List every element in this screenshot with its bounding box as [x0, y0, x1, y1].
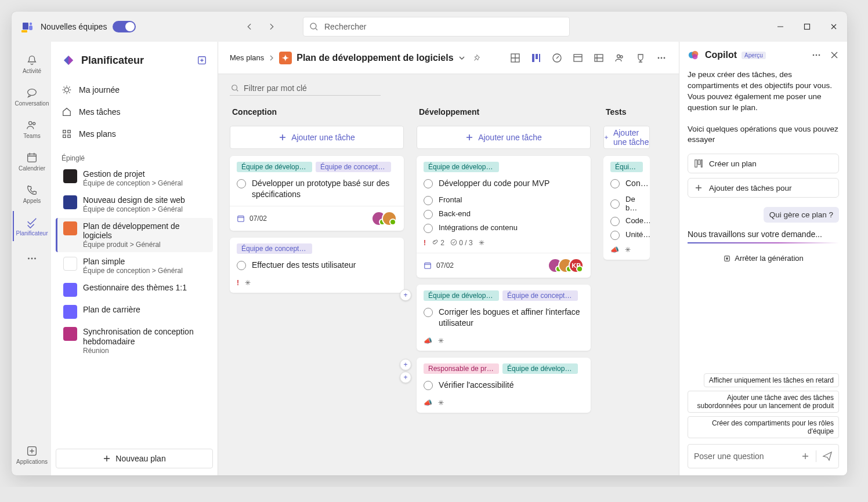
task-card[interactable]: Responsable de pro…Équipe de développ… V… [417, 358, 591, 413]
subtask[interactable]: Back-end [424, 209, 584, 219]
nav-my-tasks[interactable]: Mes tâches [56, 102, 213, 122]
rail-calls[interactable]: Appels [13, 179, 50, 209]
minimize-button[interactable] [767, 13, 794, 40]
nav-my-day[interactable]: Ma journée [56, 80, 213, 100]
rail-planner[interactable]: Planificateur [13, 211, 50, 241]
copilot-assistant-message: Nous travaillons sur votre demande... [688, 230, 839, 248]
tag: Équipe de développ… [424, 290, 499, 301]
pinned-item[interactable]: Gestionnaire des thèmes 1:1 [56, 279, 213, 300]
avatar [382, 211, 397, 226]
complete-checkbox[interactable] [610, 199, 620, 209]
plus-icon[interactable] [801, 452, 810, 461]
rail-more[interactable] [13, 243, 50, 274]
add-task-button[interactable]: Ajouter une tâche [417, 126, 591, 149]
pin-icon[interactable] [472, 54, 480, 62]
titlebar: Nouvelles équipes Rechercher [12, 12, 847, 42]
new-plan-button[interactable]: Nouveau plan [56, 449, 213, 468]
rail-teams[interactable]: Teams [13, 114, 50, 144]
maximize-button[interactable] [794, 13, 820, 40]
view-chart-icon[interactable] [593, 52, 605, 64]
announcement-icon: 📣 [424, 337, 432, 345]
calendar-icon [237, 214, 245, 223]
card-title: Développer du code pour MVP [439, 178, 549, 189]
nav-my-plans[interactable]: Mes plans [56, 124, 213, 144]
complete-checkbox[interactable] [610, 217, 620, 226]
send-icon[interactable] [822, 451, 833, 461]
tag: Équipe de développ… [424, 162, 499, 172]
new-teams-toggle[interactable] [113, 21, 136, 32]
people-icon [26, 119, 38, 132]
pinned-item[interactable]: Plan de développement de logiciels Équip… [56, 218, 213, 253]
copilot-suggestion[interactable]: Ajouter une tâche avec des tâches subord… [688, 391, 839, 413]
insert-task-button[interactable]: + [400, 289, 411, 301]
svg-rect-35 [425, 263, 431, 269]
view-grid-icon[interactable] [509, 52, 521, 64]
svg-rect-22 [536, 54, 538, 59]
task-card[interactable]: Équipe de développ…Équipe de conception … [230, 156, 404, 231]
complete-checkbox[interactable] [237, 179, 246, 188]
rail-calendar[interactable]: Calendrier [13, 146, 50, 176]
copilot-chip-create-plan[interactable]: Créer un plan [688, 154, 839, 173]
rail-apps[interactable]: Applications [13, 439, 50, 470]
insert-task-button[interactable]: + [400, 359, 411, 370]
task-card[interactable]: Équipe de développ…Équipe de conception … [417, 285, 591, 351]
complete-checkbox[interactable] [610, 231, 620, 240]
complete-checkbox[interactable] [237, 261, 246, 270]
copilot-input[interactable]: Poser une question [688, 444, 839, 468]
subtask[interactable]: De b… [610, 195, 643, 212]
forward-button[interactable] [263, 19, 280, 35]
rail-chat[interactable]: Conversation [13, 81, 50, 111]
task-card[interactable]: Équipe de conception Effectuer des tests… [230, 238, 404, 293]
insert-task-button[interactable]: + [400, 372, 411, 383]
rail-label: Calendrier [19, 165, 45, 172]
tag: Équipe de conception [502, 290, 578, 301]
complete-checkbox[interactable] [610, 179, 620, 188]
announcement-icon: 📣 [424, 399, 432, 407]
view-more-icon[interactable] [656, 52, 667, 64]
view-people-icon[interactable] [614, 52, 625, 64]
subtask[interactable]: Unité… [610, 230, 643, 240]
pinned-item[interactable]: Nouveau design de site web Équipe de con… [56, 192, 213, 217]
pinned-subtitle: Équipe produit > Général [83, 241, 207, 249]
subtask[interactable]: Frontal [424, 195, 584, 205]
complete-checkbox[interactable] [424, 224, 433, 233]
copilot-panel: Copilot Aperçu Je peux créer des tâches,… [679, 42, 847, 475]
back-button[interactable] [241, 19, 258, 35]
pinned-item[interactable]: Plan de carrière [56, 301, 213, 322]
subtask[interactable]: Code… [610, 216, 643, 226]
copilot-suggestion[interactable]: Afficher uniquement les tâches en retard [704, 373, 839, 387]
copilot-suggestion[interactable]: Créer des compartiments pour les rôles d… [688, 416, 839, 438]
pinned-item[interactable]: Plan simple Équipe de conception > Génér… [56, 253, 213, 278]
nav-label: Ma journée [79, 85, 120, 94]
view-schedule-icon[interactable] [572, 52, 584, 64]
plan-chip[interactable]: ✦ Plan de développement de logiciels [279, 52, 465, 64]
copilot-chip-add-tasks[interactable]: Ajouter des tâches pour [688, 178, 839, 198]
add-task-button[interactable]: Ajouter une tâche [230, 126, 404, 149]
search-input[interactable]: Rechercher [303, 17, 570, 37]
effort-icon: ✳ [438, 399, 444, 407]
filter-input[interactable]: Filtrer par mot clé [230, 81, 381, 96]
copilot-stop-button[interactable]: Arrêter la génération [688, 254, 839, 263]
view-timeline-icon[interactable] [551, 52, 563, 64]
close-button[interactable] [820, 13, 847, 40]
new-tab-icon[interactable] [197, 55, 207, 66]
add-task-button[interactable]: Ajouter une tâche [603, 126, 650, 149]
complete-checkbox[interactable] [424, 210, 433, 219]
complete-checkbox[interactable] [424, 308, 433, 317]
close-icon[interactable] [830, 50, 839, 60]
task-card[interactable]: Équipe de d… Con… De b…Code…Unité… 📣 ✳ [603, 156, 650, 260]
task-card[interactable]: Équipe de développ… Développer du code p… [417, 156, 591, 278]
more-icon[interactable] [811, 50, 822, 60]
plan-color-icon [63, 169, 77, 183]
pinned-item[interactable]: Synchronisation de conception hebdomadai… [56, 323, 213, 358]
view-goals-icon[interactable] [635, 52, 646, 64]
view-board-icon[interactable] [530, 52, 542, 64]
complete-checkbox[interactable] [424, 196, 433, 205]
subtask[interactable]: Intégrations de contenu [424, 223, 584, 233]
svg-point-11 [31, 258, 33, 260]
complete-checkbox[interactable] [424, 381, 433, 390]
rail-activity[interactable]: Activité [13, 49, 50, 79]
complete-checkbox[interactable] [424, 179, 433, 188]
breadcrumb-root[interactable]: Mes plans [230, 53, 264, 62]
pinned-item[interactable]: Gestion de projet Équipe de conception >… [56, 166, 213, 191]
